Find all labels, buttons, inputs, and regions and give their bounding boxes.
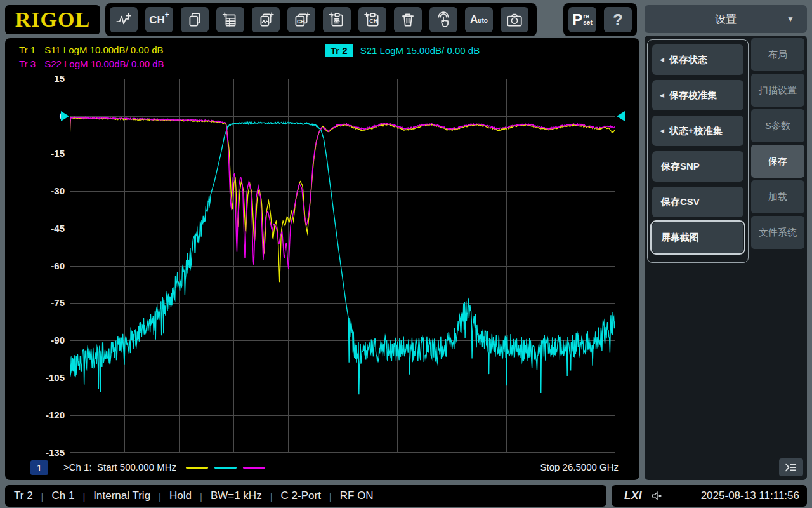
- prompt-icon: [784, 462, 798, 473]
- tab-label: 扫描设置: [759, 84, 797, 97]
- preset-button[interactable]: Preset: [568, 7, 596, 32]
- menu-item-2[interactable]: ◀保存校准集: [652, 80, 743, 110]
- trace-id-badge: Tr 3: [19, 58, 36, 69]
- trace-group-button[interactable]: [252, 7, 280, 32]
- y-axis-tick: -75: [10, 297, 65, 308]
- channel-group-button[interactable]: CH: [287, 7, 315, 32]
- add-channel-button[interactable]: CH+: [145, 7, 173, 32]
- rigol-logo: RIGOL: [5, 5, 100, 34]
- trace-format-text: S22 LogM 10.00dB/ 0.00 dB: [44, 58, 164, 69]
- main-toolbar: CH+CHCHAuto: [105, 3, 537, 36]
- clipboard-channel-button[interactable]: CH: [358, 7, 386, 32]
- auto-icon: Auto: [470, 13, 488, 26]
- chevron-down-icon: ▼: [787, 15, 794, 23]
- settings-sidebar: ◀保存状态◀保存校准集◀状态+校准集保存SNP保存CSV屏幕截图 布局扫描设置S…: [645, 36, 807, 480]
- y-axis-tick: -120: [10, 410, 65, 420]
- status-item-5[interactable]: BW=1 kHz: [211, 490, 262, 502]
- system-status-bar: LXI 2025-08-13 11:11:56: [612, 485, 807, 507]
- y-axis-tick: -105: [10, 372, 65, 383]
- trace-label-tr3[interactable]: Tr 3S22 LogM 10.00dB/ 0.00 dB: [19, 58, 164, 69]
- y-axis-tick: -30: [10, 185, 65, 196]
- copy-window-button[interactable]: [181, 7, 209, 32]
- add-channel-icon: CH+: [149, 13, 169, 27]
- svg-text:CH: CH: [369, 18, 378, 24]
- tab-label: 保存: [768, 156, 787, 168]
- new-table-doc-button[interactable]: [216, 7, 244, 32]
- menu-item-label: 状态+校准集: [669, 125, 723, 137]
- tab-2[interactable]: 扫描设置: [751, 74, 804, 107]
- trace-legend-dash-1: [186, 467, 208, 469]
- trace-legend-dash-2: [214, 467, 237, 469]
- channel-stack-icon: CH: [292, 11, 310, 28]
- tab-label: 布局: [768, 49, 787, 61]
- status-item-6[interactable]: C 2-Port: [281, 490, 321, 502]
- command-prompt-button[interactable]: [779, 458, 803, 476]
- menu-item-1[interactable]: ◀保存状态: [652, 44, 743, 75]
- menu-item-6[interactable]: 屏幕截图: [652, 222, 743, 253]
- chevron-left-icon: ◀: [660, 128, 664, 134]
- datetime: 2025-08-13 11:11:56: [701, 490, 799, 502]
- menu-item-3[interactable]: ◀状态+校准集: [652, 116, 743, 146]
- trace-id-badge: Tr 1: [19, 44, 36, 55]
- camera-icon: [506, 11, 523, 28]
- menu-item-label: 保存校准集: [669, 90, 717, 102]
- trace-format-text: S21 LogM 15.00dB/ 0.00 dB: [360, 45, 480, 56]
- touch-icon: [435, 11, 452, 28]
- tab-5[interactable]: 加载: [751, 180, 804, 213]
- status-item-1[interactable]: Tr 2: [14, 490, 33, 502]
- y-axis-tick: 0: [10, 110, 65, 121]
- channel-start-frequency: >Ch 1: Start 500.000 MHz: [63, 462, 176, 472]
- status-item-4[interactable]: Hold: [169, 490, 192, 502]
- status-item-3[interactable]: Internal Trig: [93, 490, 150, 502]
- settings-menu-header[interactable]: 设置 ▼: [645, 5, 807, 33]
- screenshot-button[interactable]: [501, 7, 528, 32]
- trace-format-text: S11 LogM 10.00dB/ 0.00 dB: [44, 44, 163, 55]
- menu-item-label: 保存状态: [669, 54, 707, 66]
- trace-id-badge: Tr 2: [325, 44, 353, 57]
- status-separator: |: [200, 491, 202, 502]
- ref-level-marker-left[interactable]: [61, 111, 69, 121]
- ref-level-marker-right[interactable]: [617, 111, 625, 121]
- y-axis-tick: -45: [10, 223, 65, 234]
- trace-label-tr1[interactable]: Tr 1S11 LogM 10.00dB/ 0.00 dB: [19, 44, 164, 55]
- delete-button[interactable]: [394, 7, 422, 32]
- trace-label-tr2[interactable]: Tr 2S21 LogM 15.00dB/ 0.00 dB: [325, 44, 480, 57]
- menu-item-4[interactable]: 保存SNP: [652, 151, 743, 182]
- save-menu-group: ◀保存状态◀保存校准集◀状态+校准集保存SNP保存CSV屏幕截图: [647, 39, 749, 263]
- tab-3[interactable]: S参数: [751, 109, 804, 142]
- menu-item-label: 保存CSV: [661, 196, 700, 208]
- speaker-muted-icon[interactable]: [651, 490, 664, 502]
- stop-frequency: Stop 26.5000 GHz: [540, 462, 619, 472]
- rigol-logo-text: RIGOL: [15, 8, 90, 32]
- touch-button[interactable]: [429, 7, 457, 32]
- status-item-2[interactable]: Ch 1: [52, 490, 75, 502]
- auto-scale-button[interactable]: Auto: [465, 7, 493, 32]
- channel-number-badge[interactable]: 1: [30, 460, 48, 475]
- status-separator: |: [329, 491, 332, 502]
- pages-icon: [187, 11, 203, 28]
- tab-4[interactable]: 保存: [751, 145, 804, 178]
- chevron-left-icon: ◀: [660, 92, 664, 98]
- tab-label: 文件系统: [759, 227, 797, 239]
- status-separator: |: [270, 491, 273, 502]
- trash-icon: [400, 11, 416, 28]
- clipboard-trace-button[interactable]: [323, 7, 351, 32]
- tab-1[interactable]: 布局: [751, 38, 804, 71]
- menu-item-label: 屏幕截图: [661, 232, 699, 244]
- sparam-plot[interactable]: [70, 79, 615, 453]
- sparam-chart-panel: Tr 1S11 LogM 10.00dB/ 0.00 dBTr 2S21 Log…: [5, 38, 639, 480]
- help-icon: ?: [613, 10, 623, 30]
- tab-6[interactable]: 文件系统: [751, 216, 804, 249]
- status-item-7[interactable]: RF ON: [340, 490, 374, 502]
- trace-stack-icon: [258, 11, 274, 28]
- menu-item-label: 保存SNP: [661, 161, 700, 173]
- trace-legend-dash-3: [243, 467, 265, 469]
- svg-text:CH: CH: [297, 18, 304, 25]
- status-bar: Tr 2|Ch 1|Internal Trig|Hold|BW=1 kHz|C …: [5, 485, 606, 507]
- preset-icon: Preset: [572, 11, 592, 29]
- menu-item-5[interactable]: 保存CSV: [652, 187, 743, 217]
- add-trace-button[interactable]: [110, 7, 138, 32]
- chevron-left-icon: ◀: [660, 57, 664, 63]
- help-button[interactable]: ?: [604, 7, 632, 32]
- status-separator: |: [82, 491, 85, 502]
